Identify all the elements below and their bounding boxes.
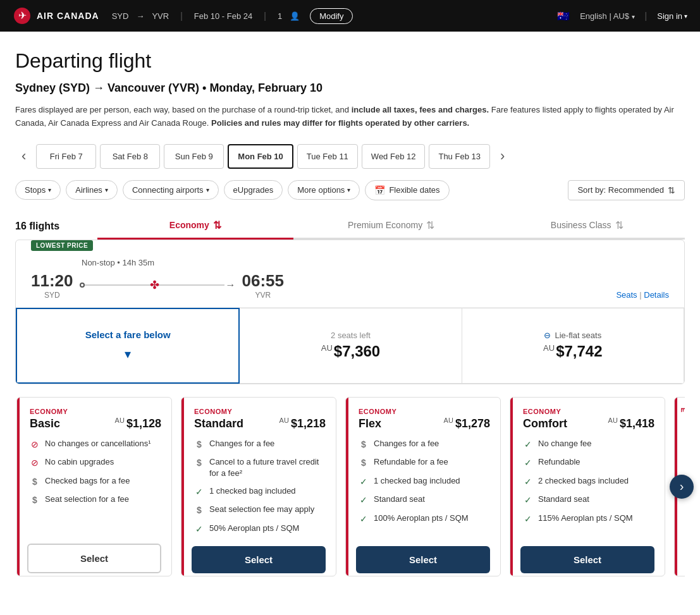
flights-header: 16 flights Economy ⇅ Premium Economy ⇅ B…: [15, 213, 685, 240]
lowest-price-badge: LOWEST PRICE: [31, 240, 93, 251]
fare-select-button-0[interactable]: Select: [27, 544, 161, 573]
fare-col-premium[interactable]: 2 seats left AU$7,360: [240, 308, 462, 384]
stops-filter[interactable]: Stops ▾: [15, 180, 61, 200]
fare-name-2: Flex: [359, 417, 381, 430]
fare-feature-2-2: ✓1 checked bag included: [359, 475, 490, 489]
line-dot-start: [80, 283, 85, 288]
date-button-6[interactable]: Thu Feb 13: [429, 144, 490, 169]
date-button-3[interactable]: Mon Feb 10: [228, 144, 293, 169]
feature-icon-1-1: $: [194, 457, 204, 470]
feature-icon-2-3: ✓: [359, 494, 369, 507]
fare-type-3: ECONOMY: [523, 408, 654, 415]
header-arrow: →: [136, 11, 144, 21]
fare-price-1: AU $1,218: [279, 417, 326, 430]
fare-feature-1-3: $Seat selection fee may apply: [194, 504, 326, 517]
fare-cards-section: ECONOMYBasicAU $1,128⊘No changes or canc…: [15, 394, 685, 580]
feature-icon-0-1: ⊘: [30, 457, 40, 470]
fare-info-text: Fares displayed are per person, each way…: [15, 104, 685, 130]
feature-icon-3-0: ✓: [523, 439, 533, 451]
premium-price: AU$7,360: [321, 343, 380, 360]
economy-sort-icon: ⇅: [213, 219, 221, 231]
fare-card-1: ECONOMYStandardAU $1,218$Changes for a f…: [181, 397, 336, 577]
sort-button[interactable]: Sort by: Recommended ⇅: [568, 180, 685, 200]
date-button-5[interactable]: Wed Feb 12: [362, 144, 426, 169]
depart-airport: SYD: [31, 291, 73, 300]
airlines-filter[interactable]: Airlines ▾: [66, 180, 118, 200]
header-route-to: YVR: [152, 11, 169, 21]
tab-economy[interactable]: Economy ⇅: [97, 213, 293, 240]
fare-select-button-3[interactable]: Select: [520, 546, 654, 573]
header-route-from: SYD: [112, 11, 129, 21]
tab-business-class[interactable]: Business Class ⇅: [489, 213, 685, 240]
passenger-icon: 👤: [290, 11, 300, 21]
date-button-2[interactable]: Sun Feb 9: [164, 144, 224, 169]
header-divider: |: [645, 11, 648, 21]
feature-icon-3-2: ✓: [523, 476, 533, 489]
signin-button[interactable]: Sign in ▾: [657, 11, 687, 21]
svg-text:✈: ✈: [18, 10, 27, 21]
seats-link[interactable]: Seats: [616, 290, 637, 300]
fare-feature-0-3: $Seat selection for a fee: [30, 494, 161, 507]
fare-features-1: $Changes for a fee$Cancel to a future tr…: [181, 430, 336, 547]
fare-feature-0-1: ⊘No cabin upgrades: [30, 456, 161, 470]
fare-feature-3-0: ✓No change fee: [523, 438, 654, 451]
fare-card-3: ECONOMYComfortAU $1,418✓No change fee✓Re…: [510, 397, 665, 577]
connecting-dropdown-icon: ▾: [206, 186, 209, 193]
line-segment: ✤: [85, 284, 224, 286]
fare-features-2: $Changes for a fee$Refundable for a fee✓…: [346, 430, 500, 547]
feature-icon-0-0: ⊘: [30, 439, 40, 451]
fare-name-1: Standard: [194, 417, 243, 430]
depart-time: 11:20: [31, 271, 73, 291]
modify-button[interactable]: Modify: [310, 8, 353, 24]
fare-select-button-2[interactable]: Select: [356, 546, 490, 573]
fare-card-accent-2: [346, 398, 348, 576]
feature-icon-0-2: $: [30, 476, 40, 489]
premium-currency: AU: [321, 343, 333, 353]
flexible-dates-button[interactable]: 📅 Flexible dates: [365, 180, 449, 200]
airlines-dropdown-icon: ▾: [105, 186, 108, 193]
tab-premium-economy[interactable]: Premium Economy ⇅: [293, 213, 489, 240]
fare-col-business[interactable]: ⊖ Lie-flat seats AU$7,742: [462, 308, 684, 384]
more-options-filter[interactable]: More options ▾: [288, 180, 360, 200]
connecting-airports-filter[interactable]: Connecting airports ▾: [123, 180, 219, 200]
fare-name-3: Comfort: [523, 417, 567, 430]
select-fare-text: Select a fare below: [85, 329, 171, 340]
fare-feature-2-0: $Changes for a fee: [359, 438, 490, 451]
fare-type-2: ECONOMY: [359, 408, 490, 415]
fare-price-0: AU $1,128: [115, 417, 161, 430]
select-fare-chevron-icon: ▾: [125, 346, 131, 362]
fare-feature-2-3: ✓Standard seat: [359, 494, 490, 507]
fare-features-3: ✓No change fee✓Refundable✓2 checked bags…: [510, 430, 665, 547]
premium-economy-sort-icon: ⇅: [426, 219, 434, 231]
fare-card-accent-1: [181, 398, 184, 576]
main-content: Departing flight Sydney (SYD) → Vancouve…: [0, 32, 700, 594]
sort-dropdown-icon: ⇅: [668, 185, 675, 195]
scroll-right-button[interactable]: ›: [670, 475, 694, 499]
date-prev-button[interactable]: ‹: [15, 144, 32, 168]
header-sep: |: [180, 11, 183, 21]
date-button-4[interactable]: Tue Feb 11: [297, 144, 358, 169]
language-selector[interactable]: English | AU$ ▾: [580, 11, 634, 21]
date-button-1[interactable]: Sat Feb 8: [100, 144, 160, 169]
date-next-button[interactable]: ›: [494, 144, 511, 168]
feature-icon-1-0: $: [194, 439, 204, 451]
date-button-0[interactable]: Fri Feb 7: [36, 144, 96, 169]
fare-col-select[interactable]: Select a fare below ▾: [16, 308, 240, 384]
site-header: ✈ AIR CANADA SYD → YVR | Feb 10 - Feb 24…: [0, 0, 700, 32]
fare-select-button-1[interactable]: Select: [192, 546, 326, 573]
flag-icon: 🇦🇺: [557, 10, 570, 22]
feature-icon-2-0: $: [359, 439, 369, 451]
feature-icon-2-2: ✓: [359, 476, 369, 489]
header-passengers: 1: [278, 11, 282, 21]
arrive-airport: YVR: [242, 291, 285, 300]
fare-type-1: ECONOMY: [194, 408, 326, 415]
business-class-sort-icon: ⇅: [615, 219, 623, 231]
fare-card-accent-3: [510, 398, 513, 576]
fare-feature-3-2: ✓2 checked bags included: [523, 475, 654, 489]
line-arrow-right: →: [226, 279, 236, 291]
eupgrades-filter[interactable]: eUpgrades: [224, 180, 283, 200]
arrive-block: 06:55 YVR: [242, 271, 285, 300]
depart-block: 11:20 SYD: [31, 271, 73, 300]
date-buttons: Fri Feb 7Sat Feb 8Sun Feb 9Mon Feb 10Tue…: [36, 144, 490, 169]
details-link[interactable]: Details: [644, 290, 669, 300]
